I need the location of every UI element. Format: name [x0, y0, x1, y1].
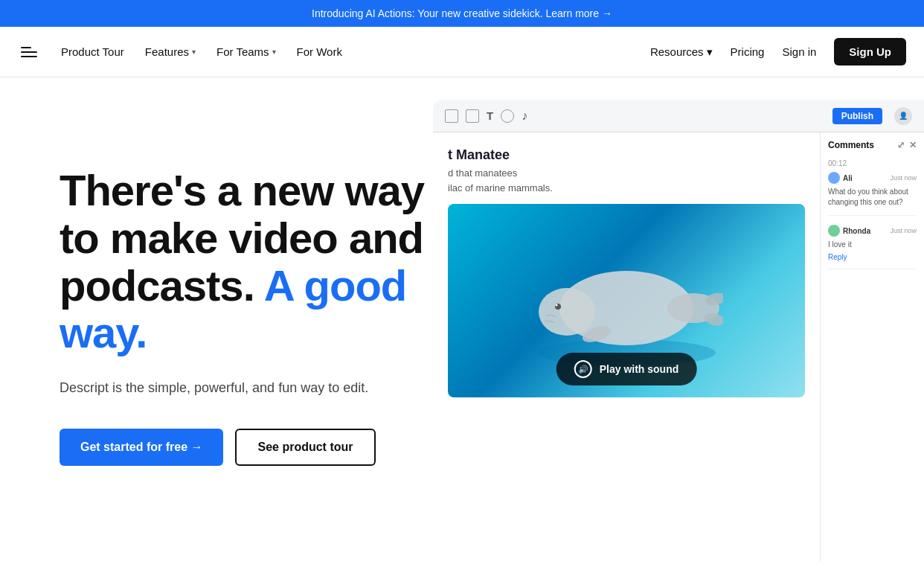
hamburger-line-1 — [21, 47, 31, 48]
avatar-icon: 👤 — [899, 112, 908, 120]
hamburger-line-3 — [21, 56, 37, 57]
announcement-banner[interactable]: Introducing AI Actions: Your new creativ… — [0, 0, 924, 27]
nav-sign-in-label: Sign in — [782, 45, 816, 58]
toolbar-icon-5[interactable]: ♪ — [522, 109, 527, 123]
hero-section: There's a new way to make video and podc… — [0, 77, 924, 573]
hero-subtitle: Descript is the simple, powerful, and fu… — [60, 377, 379, 399]
toolbar-icon-3[interactable]: T — [487, 109, 493, 122]
video-preview[interactable]: 🔊 Play with sound — [448, 204, 805, 397]
app-content-area: t Manatee d that manatees ilac of marine… — [433, 132, 924, 561]
manatee-illustration — [530, 234, 723, 368]
comments-header: Comments ⤢ ✕ — [828, 140, 917, 150]
comment-2-time: Just now — [890, 227, 917, 234]
for-teams-chevron-icon: ▾ — [272, 48, 276, 56]
nav-for-work[interactable]: For Work — [297, 45, 342, 58]
nav-features-label: Features — [145, 45, 189, 58]
hero-title: There's a new way to make video and podc… — [60, 167, 469, 356]
svg-point-8 — [556, 304, 558, 307]
nav-product-tour-label: Product Tour — [61, 45, 124, 58]
nav-resources-label: Resources — [650, 45, 704, 58]
speaker-symbol: 🔊 — [578, 365, 588, 374]
toolbar-icon-2[interactable] — [466, 109, 479, 123]
nav-resources[interactable]: Resources ▾ — [650, 45, 713, 59]
toolbar-icon-1[interactable] — [445, 109, 458, 123]
close-comments-icon[interactable]: ✕ — [909, 140, 917, 150]
comment-1-text: What do you think about changing this on… — [828, 187, 917, 208]
signup-button[interactable]: Sign Up — [834, 38, 906, 65]
navbar-right: Resources ▾ Pricing Sign in Sign Up — [650, 38, 906, 65]
expand-icon[interactable]: ⤢ — [897, 140, 905, 150]
hero-buttons: Get started for free → See product tour — [60, 429, 469, 466]
editor-text-label: t Manatee d that manatees ilac of marine… — [448, 147, 805, 195]
nav-for-work-label: For Work — [297, 45, 342, 58]
comments-panel: Comments ⤢ ✕ 00:12 Ali Just now — [820, 132, 924, 561]
play-with-sound-button[interactable]: 🔊 Play with sound — [556, 353, 697, 385]
comment-2-meta: Rhonda Just now — [828, 225, 917, 237]
comment-item-1: Ali Just now What do you think about cha… — [828, 172, 917, 216]
get-started-label: Get started for free → — [80, 441, 202, 453]
nav-pricing-label: Pricing — [731, 45, 765, 58]
hamburger-line-2 — [21, 51, 37, 53]
comment-2-avatar — [828, 225, 840, 237]
hero-visual: T ♪ Publish 👤 t Manatee d th — [433, 100, 924, 561]
reply-button[interactable]: Reply — [828, 253, 917, 261]
comment-2-username: Rhonda — [843, 227, 870, 235]
svg-point-2 — [539, 288, 595, 336]
features-chevron-icon: ▾ — [192, 48, 196, 56]
nav-for-teams-label: For Teams — [216, 45, 269, 58]
nav-product-tour[interactable]: Product Tour — [61, 45, 124, 58]
announcement-text: Introducing AI Actions: Your new creativ… — [312, 7, 612, 19]
editor-body-2: ilac of marine mammals. — [448, 181, 805, 196]
publish-button[interactable]: Publish — [832, 108, 882, 124]
play-sound-label: Play with sound — [600, 363, 679, 375]
app-mockup: T ♪ Publish 👤 t Manatee d th — [433, 100, 924, 561]
editor-document-title: t Manatee — [448, 147, 805, 163]
see-product-tour-label: See product tour — [257, 441, 353, 453]
nav-for-teams[interactable]: For Teams ▾ — [216, 45, 276, 58]
nav-sign-in[interactable]: Sign in — [782, 45, 816, 58]
comment-1-meta: Ali Just now — [828, 172, 917, 184]
signup-label: Sign Up — [849, 45, 891, 58]
left-fade-overlay — [0, 77, 22, 573]
publish-label: Publish — [841, 111, 873, 121]
get-started-button[interactable]: Get started for free → — [60, 429, 223, 466]
nav-features[interactable]: Features ▾ — [145, 45, 196, 58]
editor-area: t Manatee d that manatees ilac of marine… — [433, 132, 820, 561]
speaker-icon: 🔊 — [574, 360, 592, 378]
navbar-left: Product Tour Features ▾ For Teams ▾ For … — [18, 44, 650, 60]
comment-2-text: I love it — [828, 240, 917, 250]
comment-timestamp: 00:12 — [828, 159, 917, 167]
editor-body-1: d that manatees — [448, 166, 805, 181]
resources-chevron-icon: ▾ — [707, 45, 713, 59]
comment-1-avatar — [828, 172, 840, 184]
comment-1-username: Ali — [843, 174, 853, 182]
see-product-tour-button[interactable]: See product tour — [235, 429, 375, 466]
comment-1-time: Just now — [890, 174, 917, 182]
app-toolbar: T ♪ Publish 👤 — [433, 100, 924, 132]
hero-content: There's a new way to make video and podc… — [60, 137, 469, 466]
hamburger-menu-icon[interactable] — [18, 44, 40, 60]
navbar: Product Tour Features ▾ For Teams ▾ For … — [0, 27, 924, 77]
toolbar-icon-4[interactable] — [501, 109, 514, 123]
comments-title: Comments — [828, 140, 874, 150]
comment-item-2: Rhonda Just now I love it Reply — [828, 225, 917, 269]
nav-pricing[interactable]: Pricing — [731, 45, 765, 58]
user-avatar[interactable]: 👤 — [894, 107, 912, 125]
